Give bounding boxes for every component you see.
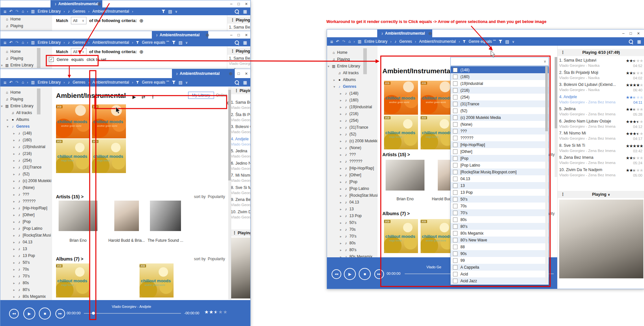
breadcrumb-filter[interactable]: Genre equals "" (469, 39, 496, 44)
checkbox-icon[interactable] (453, 197, 458, 202)
chevron-icon[interactable]: ▸ (13, 144, 15, 150)
shuffle-icon[interactable]: ⇄ (141, 94, 145, 99)
chevron-icon[interactable]: ▸ (340, 240, 342, 247)
tab-online[interactable]: Online (214, 92, 227, 99)
layout-icon[interactable]: ▤ (505, 39, 509, 44)
sidebar-item[interactable]: ▸♪?????? (327, 158, 378, 165)
new-tab-button[interactable]: ⊕ (229, 69, 233, 78)
close-button[interactable]: × (245, 71, 248, 76)
sidebar-item[interactable]: ♫Playing (327, 56, 378, 63)
redo-icon[interactable]: ↷ (16, 40, 19, 45)
match-combobox[interactable]: All∨ (71, 17, 87, 24)
checkbox-icon[interactable] (453, 68, 458, 72)
chevron-icon[interactable]: ▸ (333, 76, 335, 83)
track-row[interactable]: 8. Sve Si Mi Ti ★★★★★ Vlado Georgiev - Z… (231, 185, 250, 197)
breadcrumb-genres[interactable]: Genres (73, 9, 85, 14)
new-tab-button[interactable]: ⊕ (97, 0, 101, 7)
genre-option[interactable]: [RockqStar.Musiq.Blogspot.com] (451, 169, 548, 175)
genre-option[interactable]: 88 (451, 243, 548, 250)
add-criteria-button[interactable]: ⊕ (140, 18, 144, 24)
minimize-button[interactable]: – (230, 2, 232, 6)
artist-photo[interactable] (114, 201, 139, 231)
chevron-icon[interactable]: ▸ (7, 116, 8, 123)
sidebar-item[interactable]: ▾▥Entire Library (327, 63, 378, 70)
sidebar-item[interactable]: ▸♪(148) (0, 130, 52, 137)
rating-stars[interactable]: ★★★★★ (626, 144, 643, 148)
filter-icon[interactable] (172, 41, 175, 44)
sidebar-item[interactable]: ▾♪Genres (327, 83, 378, 90)
grid-icon[interactable]: ▦ (243, 40, 247, 45)
track-row[interactable]: 10. Zivim Da Te Nadjem ★★★★★ Vlado Georg… (231, 209, 250, 221)
chevron-icon[interactable]: ▸ (340, 90, 342, 97)
now-playing-art[interactable] (231, 238, 250, 298)
sidebar-item[interactable]: ▸♪13 Pop (0, 252, 52, 259)
checkbox-icon[interactable] (453, 279, 458, 283)
checkbox-icon[interactable] (453, 102, 458, 106)
breadcrumb-library[interactable]: Entire Library (38, 9, 61, 14)
rating-stars[interactable]: ★★★★★ (626, 83, 643, 87)
sidebar-item[interactable]: ▸♪(160) (0, 137, 52, 144)
window-right[interactable]: ♪Ambient/Instrumental ⊕ – □ × ≡ ↶ ↷ ⌂› ▥… (327, 29, 644, 289)
genre-option[interactable]: (52) (451, 107, 548, 114)
track-row[interactable]: 1. Sama Bez Ljubavi ★★★★★ Vlado Georgiev… (227, 24, 250, 31)
tab-ambient-instrumental[interactable]: ♪Ambient/Instrumental (51, 0, 102, 7)
hamburger-icon[interactable]: ≡ (4, 9, 6, 14)
undo-icon[interactable]: ↶ (9, 80, 13, 85)
progress-bar[interactable] (84, 313, 181, 314)
rating-stars[interactable]: ★★★★★ (626, 95, 643, 100)
window-middle[interactable]: ♪Ambient/Instrumental ⊕ – □ × ≡ ↶ ↷ ⌂› ▥… (0, 31, 251, 70)
chevron-icon[interactable]: ▸ (13, 171, 15, 178)
previous-button[interactable]: ◀◀ (332, 269, 341, 279)
sidebar-item[interactable]: ▸●Albums (327, 76, 378, 83)
sidebar-item[interactable]: ♫Playing (0, 96, 52, 103)
layout-icon[interactable]: ▤ (168, 9, 172, 14)
chevron-icon[interactable]: ▾ (1, 103, 3, 110)
sidebar-item[interactable]: ▸♪80s (327, 240, 378, 247)
chevron-icon[interactable]: ▸ (13, 205, 15, 212)
chevron-icon[interactable]: ▾ (333, 83, 335, 90)
sidebar-item[interactable]: ⌂Home (0, 16, 52, 23)
chevron-icon[interactable]: ▸ (13, 225, 15, 232)
chevron-icon[interactable]: ▸ (13, 259, 15, 266)
track-row[interactable]: 9. Zena Bez Imena ★★★★★ Vlado Georgiev -… (558, 155, 644, 167)
artists-header[interactable]: Artists (15) > (382, 152, 410, 157)
sidebar-item[interactable]: ▸♪[Other] (0, 212, 52, 218)
sidebar-item[interactable]: ▸♪(19)Industrial (0, 144, 52, 150)
sidebar-item[interactable]: ▸♪(c) 2008 Mutekki (327, 138, 378, 145)
genre-option[interactable]: 99 (451, 257, 548, 264)
sidebar-item[interactable]: ▸♪(148) (327, 90, 378, 97)
chevron-icon[interactable]: ▸ (13, 164, 15, 171)
sidebar-item[interactable]: ▸♪13 (0, 246, 52, 252)
albums-header[interactable]: Albums (7) > (382, 211, 410, 216)
genre-option[interactable]: [Pop (451, 155, 548, 162)
checkbox-icon[interactable] (453, 129, 458, 134)
sidebar-item[interactable]: ⌂Home (0, 48, 52, 55)
sidebar-scrollbar[interactable] (37, 48, 40, 68)
close-button[interactable]: × (637, 31, 640, 36)
track-row[interactable]: 6. Jedino Nam Ljubav Ostaje ★★★★★ Vlado … (558, 118, 644, 131)
artists-header[interactable]: Artists (15) > (56, 194, 84, 199)
genre-option[interactable]: [Hip-Hop/Rap] (451, 141, 548, 148)
chevron-icon[interactable]: ▸ (340, 131, 342, 138)
track-row[interactable]: 5. Jedina ★★★★★ Vlado Georgiev - Zena Be… (231, 148, 250, 160)
genre-option[interactable]: 80's New Wave (451, 237, 548, 243)
genre-option[interactable]: (160) (451, 73, 548, 80)
filter-icon[interactable] (499, 40, 502, 43)
genre-option[interactable]: (c) 2008 Mutekki Media (451, 114, 548, 121)
chevron-icon[interactable]: ▸ (13, 218, 15, 225)
tab-ambient-instrumental[interactable]: ♪Ambient/Instrumental (152, 31, 208, 39)
genre-option[interactable]: 70s (451, 203, 548, 209)
panel-dots[interactable]: ⋮ (234, 87, 239, 94)
album-cover[interactable]: 2CDchillout moodsmagic forest (56, 263, 90, 297)
track-row[interactable]: 1. Sama Bez Ljubavi ★★★★★ Vlado Georgiev… (227, 55, 250, 68)
new-tab-button[interactable]: ⊕ (206, 31, 209, 39)
genre-option[interactable]: 90s (451, 250, 548, 257)
genre-option[interactable]: 80s Megamix (451, 230, 548, 237)
play-button[interactable]: ▶ (23, 308, 35, 320)
breadcrumb-library[interactable]: Entire Library (38, 80, 61, 85)
checkbox-icon[interactable] (453, 258, 458, 263)
checkbox-icon[interactable] (453, 75, 458, 79)
grid-icon[interactable]: ▦ (637, 39, 641, 44)
breadcrumb-library[interactable]: Entire Library (38, 40, 61, 45)
checkbox-icon[interactable] (453, 204, 458, 208)
